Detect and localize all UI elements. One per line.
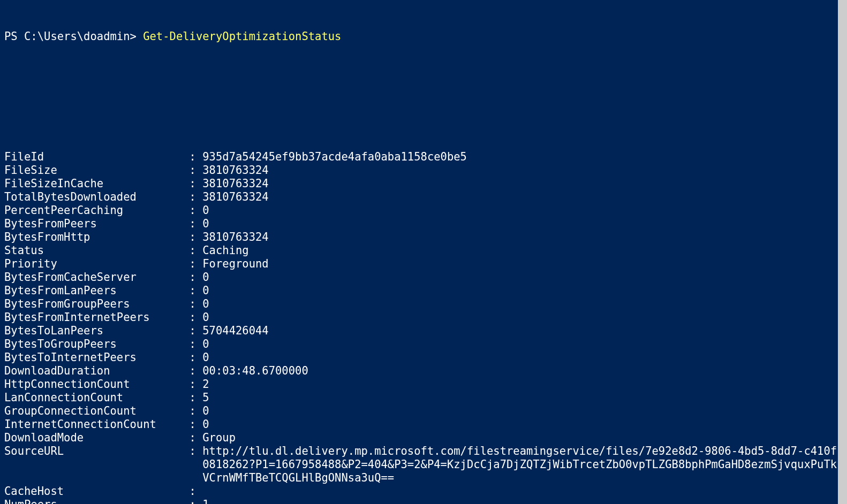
output-row-totalbytesdownloaded: TotalBytesDownloaded : 3810763324 xyxy=(4,190,843,204)
output-row-priority: Priority : Foreground xyxy=(4,257,843,271)
field-key: HttpConnectionCount xyxy=(4,378,183,391)
output-record: FileId : 935d7a54245ef9bb37acde4afa0aba1… xyxy=(4,150,843,504)
field-key: BytesFromCacheServer xyxy=(4,271,183,284)
output-row-bytesfrompeers: BytesFromPeers : 0 xyxy=(4,217,843,231)
field-key: GroupConnectionCount xyxy=(4,404,183,418)
output-row-lanconnectioncount: LanConnectionCount : 5 xyxy=(4,391,843,404)
output-row-downloadduration: DownloadDuration : 00:03:48.6700000 xyxy=(4,364,843,378)
field-separator: : xyxy=(183,244,202,257)
field-separator: : xyxy=(183,150,202,164)
field-separator: : xyxy=(183,378,202,391)
vertical-scrollbar[interactable] xyxy=(838,0,847,504)
output-row-bytestogrouppeers: BytesToGroupPeers : 0 xyxy=(4,338,843,351)
field-key: BytesFromHttp xyxy=(4,231,183,244)
prompt-command: Get-DeliveryOptimizationStatus xyxy=(143,30,341,43)
output-row-bytestolanpeers: BytesToLanPeers : 5704426044 xyxy=(4,324,843,338)
field-value: 0 xyxy=(202,311,843,324)
field-value: 5704426044 xyxy=(202,324,843,338)
output-row-filesize: FileSize : 3810763324 xyxy=(4,164,843,177)
field-key: SourceURL xyxy=(4,445,183,458)
field-separator: : xyxy=(183,418,202,431)
field-value: 0 xyxy=(202,418,843,431)
scrollbar-thumb[interactable] xyxy=(838,0,847,504)
field-separator: : xyxy=(183,231,202,244)
console-output[interactable]: PS C:\Users\doadmin> Get-DeliveryOptimiz… xyxy=(0,0,847,504)
output-row-downloadmode: DownloadMode : Group xyxy=(4,431,843,445)
field-key: DownloadMode xyxy=(4,431,183,445)
field-separator: : xyxy=(183,271,202,284)
output-row-filesizeincache: FileSizeInCache : 3810763324 xyxy=(4,177,843,190)
field-separator: : xyxy=(183,257,202,271)
field-key: Status xyxy=(4,244,183,257)
field-key: FileId xyxy=(4,150,183,164)
field-key: BytesToGroupPeers xyxy=(4,338,183,351)
output-row-bytestointernetpeers: BytesToInternetPeers : 0 xyxy=(4,351,843,364)
field-value: 0 xyxy=(202,284,843,297)
output-row-fileid: FileId : 935d7a54245ef9bb37acde4afa0aba1… xyxy=(4,150,843,164)
field-key: PercentPeerCaching xyxy=(4,204,183,217)
field-value: 1 xyxy=(202,498,843,504)
field-value: 0 xyxy=(202,297,843,311)
prompt-line: PS C:\Users\doadmin> Get-DeliveryOptimiz… xyxy=(4,30,843,43)
field-separator: : xyxy=(183,431,202,445)
field-key: FileSize xyxy=(4,164,183,177)
field-key: DownloadDuration xyxy=(4,364,183,378)
field-key: FileSizeInCache xyxy=(4,177,183,190)
field-key: LanConnectionCount xyxy=(4,391,183,404)
output-row-percentpeercaching: PercentPeerCaching : 0 xyxy=(4,204,843,217)
field-separator: : xyxy=(183,177,202,190)
output-row-cachehost: CacheHost : xyxy=(4,485,843,498)
field-key: BytesFromLanPeers xyxy=(4,284,183,297)
field-separator: : xyxy=(183,204,202,217)
field-value: 3810763324 xyxy=(202,177,843,190)
field-separator: : xyxy=(183,297,202,311)
field-value: 0 xyxy=(202,351,843,364)
field-separator: : xyxy=(183,404,202,418)
field-value: 0 xyxy=(202,217,843,231)
field-value: Group xyxy=(202,431,843,445)
output-row-groupconnectioncount: GroupConnectionCount : 0 xyxy=(4,404,843,418)
output-row-numpeers: NumPeers : 1 xyxy=(4,498,843,504)
powershell-console[interactable]: PS C:\Users\doadmin> Get-DeliveryOptimiz… xyxy=(0,0,847,504)
field-key: TotalBytesDownloaded xyxy=(4,190,183,204)
field-key: CacheHost xyxy=(4,485,183,498)
output-row-bytesfromcacheserver: BytesFromCacheServer : 0 xyxy=(4,271,843,284)
output-row-sourceurl: SourceURL : http://tlu.dl.delivery.mp.mi… xyxy=(4,445,843,485)
field-value: 3810763324 xyxy=(202,164,843,177)
field-value: 0 xyxy=(202,338,843,351)
output-row-bytesfromlanpeers: BytesFromLanPeers : 0 xyxy=(4,284,843,297)
field-key: BytesToInternetPeers xyxy=(4,351,183,364)
field-value: 5 xyxy=(202,391,843,404)
field-value: Caching xyxy=(202,244,843,257)
field-value: 2 xyxy=(202,378,843,391)
field-value: 0 xyxy=(202,271,843,284)
field-separator: : xyxy=(183,338,202,351)
field-separator: : xyxy=(183,498,202,504)
field-separator: : xyxy=(183,364,202,378)
field-key: BytesFromGroupPeers xyxy=(4,297,183,311)
field-separator: : xyxy=(183,485,202,498)
field-separator: : xyxy=(183,284,202,297)
field-separator: : xyxy=(183,445,202,458)
field-key: BytesFromPeers xyxy=(4,217,183,231)
field-key: NumPeers xyxy=(4,498,183,504)
field-value: 0 xyxy=(202,404,843,418)
field-key: Priority xyxy=(4,257,183,271)
output-row-internetconnectioncount: InternetConnectionCount : 0 xyxy=(4,418,843,431)
field-value: 3810763324 xyxy=(202,190,843,204)
blank-line xyxy=(4,110,843,124)
field-separator: : xyxy=(183,391,202,404)
field-value: 3810763324 xyxy=(202,231,843,244)
field-key: BytesToLanPeers xyxy=(4,324,183,338)
field-key: InternetConnectionCount xyxy=(4,418,183,431)
prompt-prefix: PS C:\Users\doadmin> xyxy=(4,30,143,43)
output-row-bytesfromhttp: BytesFromHttp : 3810763324 xyxy=(4,231,843,244)
output-row-bytesfromgrouppeers: BytesFromGroupPeers : 0 xyxy=(4,297,843,311)
field-value: 935d7a54245ef9bb37acde4afa0aba1158ce0be5 xyxy=(202,150,843,164)
blank-line xyxy=(4,70,843,83)
field-value: http://tlu.dl.delivery.mp.microsoft.com/… xyxy=(202,445,843,485)
field-value: Foreground xyxy=(202,257,843,271)
output-row-status: Status : Caching xyxy=(4,244,843,257)
field-separator: : xyxy=(183,324,202,338)
field-separator: : xyxy=(183,351,202,364)
